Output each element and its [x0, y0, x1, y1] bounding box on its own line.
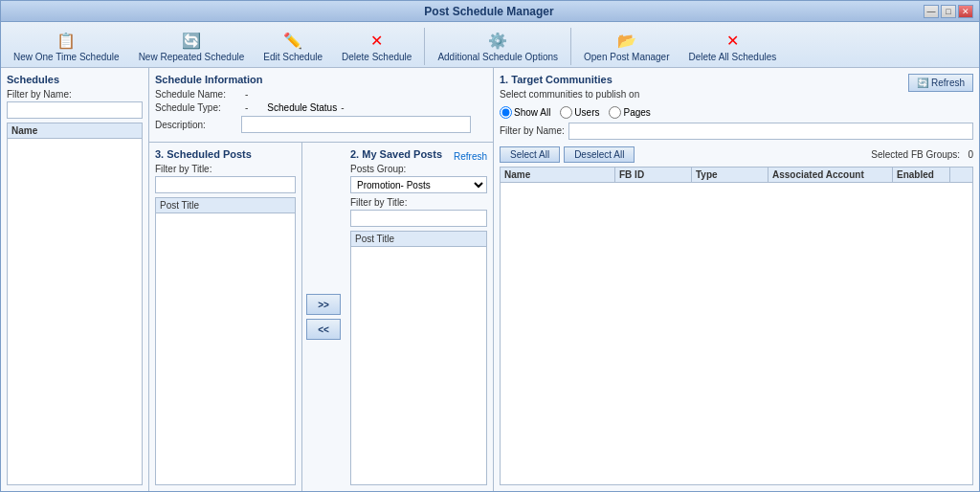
- scheduled-posts-title: 3. Scheduled Posts: [155, 148, 296, 160]
- saved-posts-list-header: Post Title: [351, 232, 486, 247]
- additional-options-icon: ⚙️: [486, 31, 509, 50]
- select-all-button[interactable]: Select All: [500, 146, 560, 163]
- delete-schedule-icon: ✕: [366, 31, 389, 50]
- transfer-buttons: >> <<: [302, 143, 345, 491]
- col-name: Name: [501, 168, 615, 182]
- target-communities-title: 1. Target Communities: [500, 74, 639, 85]
- title-bar: Post Schedule Manager — □ ✕: [1, 1, 979, 22]
- schedule-name-row: Schedule Name: -: [155, 89, 487, 100]
- radio-show-all[interactable]: Show All: [500, 106, 550, 119]
- toolbar-separator-2: [570, 28, 571, 65]
- schedules-filter-label: Filter by Name:: [7, 89, 143, 100]
- deselect-all-button[interactable]: Deselect All: [564, 146, 635, 163]
- communities-action-buttons: Select All Deselect All: [500, 146, 635, 163]
- schedule-info-section: Schedule Information Schedule Name: - Sc…: [149, 68, 493, 143]
- saved-posts-list[interactable]: Post Title: [350, 231, 487, 485]
- open-post-manager-button[interactable]: 📂 Open Post Manager: [575, 26, 679, 67]
- refresh-icon: 🔄: [917, 78, 928, 88]
- communities-filter-input[interactable]: [568, 123, 973, 140]
- schedule-desc-label: Description:: [155, 120, 241, 130]
- schedules-filter-input[interactable]: [7, 101, 143, 119]
- toolbar-separator: [424, 28, 425, 65]
- target-communities-title-block: 1. Target Communities Select communities…: [500, 74, 639, 102]
- target-communities-header: 1. Target Communities Select communities…: [500, 74, 973, 102]
- edit-schedule-button[interactable]: ✏️ Edit Schedule: [255, 26, 331, 67]
- new-one-time-icon: 📋: [55, 31, 78, 50]
- main-window: Post Schedule Manager — □ ✕ 📋 New One Ti…: [0, 0, 980, 492]
- schedule-type-row: Schedule Type: - Schedule Status -: [155, 102, 487, 113]
- toolbar: 📋 New One Time Schedule 🔄 New Repeated S…: [1, 22, 979, 68]
- scheduled-posts-list[interactable]: Post Title: [155, 197, 296, 485]
- posts-area: 3. Scheduled Posts Filter by Title: Post…: [149, 143, 493, 491]
- transfer-back-button[interactable]: <<: [306, 319, 341, 340]
- saved-posts-refresh-link[interactable]: Refresh: [454, 151, 487, 162]
- col-associated-account: Associated Account: [768, 168, 893, 182]
- close-button[interactable]: ✕: [958, 5, 973, 18]
- new-one-time-schedule-button[interactable]: 📋 New One Time Schedule: [5, 26, 128, 67]
- saved-posts-title: 2. My Saved Posts: [350, 148, 442, 160]
- schedule-type-label: Schedule Type:: [155, 102, 241, 113]
- saved-posts-panel: 2. My Saved Posts Refresh Posts Group: P…: [345, 143, 493, 491]
- schedules-list-header: Name: [8, 123, 142, 139]
- radio-pages[interactable]: Pages: [609, 106, 650, 119]
- new-repeated-icon: 🔄: [180, 31, 203, 50]
- middle-panel: Schedule Information Schedule Name: - Sc…: [149, 68, 494, 491]
- maximize-button[interactable]: □: [941, 5, 956, 18]
- refresh-button[interactable]: 🔄 Refresh: [908, 74, 973, 92]
- saved-posts-filter-label: Filter by Title:: [350, 197, 487, 208]
- schedules-panel: Schedules Filter by Name: Name: [1, 68, 149, 491]
- radio-users-input[interactable]: [560, 106, 572, 119]
- saved-posts-header: 2. My Saved Posts Refresh: [350, 148, 487, 164]
- saved-posts-filter-input[interactable]: [350, 210, 487, 227]
- schedule-status-value: -: [341, 102, 344, 113]
- schedules-list[interactable]: Name: [7, 123, 143, 485]
- radio-pages-input[interactable]: [609, 106, 621, 119]
- col-fb-id: FB ID: [615, 168, 692, 182]
- window-title: Post Schedule Manager: [55, 5, 924, 18]
- main-content: Schedules Filter by Name: Name Schedule …: [1, 68, 979, 491]
- scheduled-posts-filter-label: Filter by Title:: [155, 164, 296, 174]
- communities-btn-row: Select All Deselect All Selected FB Grou…: [500, 146, 973, 163]
- schedules-title: Schedules: [7, 74, 143, 85]
- radio-show-all-input[interactable]: [500, 106, 512, 119]
- additional-schedule-options-button[interactable]: ⚙️ Additional Schedule Options: [429, 26, 567, 67]
- posts-group-label: Posts Group:: [350, 164, 487, 174]
- minimize-button[interactable]: —: [924, 5, 939, 18]
- schedule-desc-row: Description:: [155, 116, 487, 133]
- scheduled-posts-filter-input[interactable]: [155, 176, 296, 193]
- title-bar-buttons: — □ ✕: [924, 5, 973, 18]
- communities-filter-label: Filter by Name:: [500, 125, 565, 136]
- posts-group-select[interactable]: Promotion- Posts: [350, 176, 487, 193]
- col-enabled: Enabled: [893, 168, 950, 182]
- delete-all-schedules-button[interactable]: ✕ Delete All Schedules: [680, 26, 786, 67]
- open-post-manager-icon: 📂: [615, 31, 638, 50]
- selected-fb-count: 0: [968, 149, 973, 160]
- delete-schedule-button[interactable]: ✕ Delete Schedule: [333, 26, 420, 67]
- radio-group: Show All Users Pages: [500, 106, 973, 119]
- schedule-name-label: Schedule Name:: [155, 89, 241, 100]
- selected-fb-groups: Selected FB Groups: 0: [871, 149, 973, 160]
- communities-filter-row: Filter by Name:: [500, 123, 973, 140]
- edit-schedule-icon: ✏️: [281, 31, 304, 50]
- schedule-type-value: -: [245, 102, 248, 113]
- target-communities-panel: 1. Target Communities Select communities…: [494, 68, 979, 491]
- col-type: Type: [692, 168, 768, 182]
- radio-users[interactable]: Users: [560, 106, 599, 119]
- communities-table-header: Name FB ID Type Associated Account Enabl…: [501, 168, 972, 183]
- scheduled-posts-panel: 3. Scheduled Posts Filter by Title: Post…: [149, 143, 302, 491]
- delete-all-icon: ✕: [721, 31, 744, 50]
- communities-table[interactable]: Name FB ID Type Associated Account Enabl…: [500, 167, 973, 485]
- schedule-status-label: Schedule Status: [267, 102, 337, 113]
- schedule-desc-input[interactable]: [241, 116, 471, 133]
- target-communities-subtitle: Select communities to publish on: [500, 89, 639, 100]
- schedule-info-title: Schedule Information: [155, 74, 487, 85]
- communities-table-body: [501, 183, 972, 485]
- transfer-forward-button[interactable]: >>: [306, 294, 341, 315]
- schedule-name-value: -: [245, 89, 248, 100]
- scheduled-posts-list-header: Post Title: [156, 198, 295, 213]
- new-repeated-schedule-button[interactable]: 🔄 New Repeated Schedule: [130, 26, 254, 67]
